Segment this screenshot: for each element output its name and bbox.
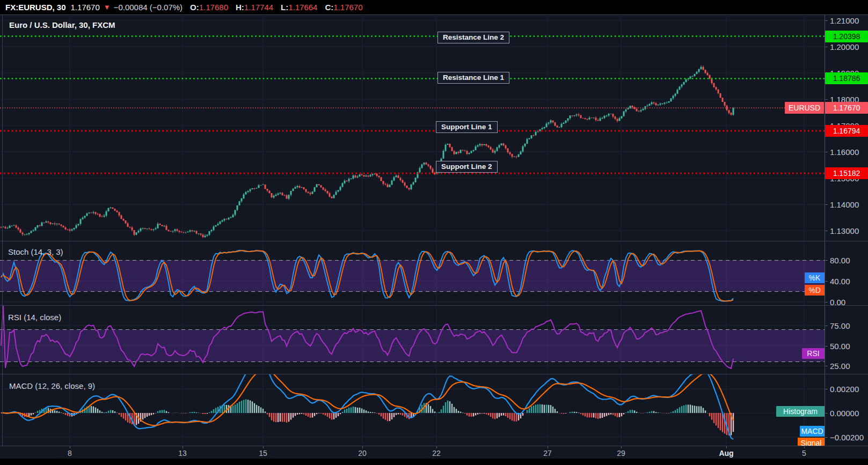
axis-tick-mark	[825, 281, 828, 282]
pane-divider-1	[0, 241, 868, 241]
time-tick-mark	[621, 446, 622, 448]
rsi-tick-label[interactable]: 50.00	[830, 342, 850, 351]
rsi-pane-legend[interactable]: RSI (14, close)	[8, 313, 61, 322]
stoch-d-badge: %D	[805, 285, 825, 296]
macd-line	[1, 374, 733, 439]
stoch-tick-label[interactable]: 80.00	[830, 256, 850, 265]
axis-tick-mark	[825, 99, 828, 100]
macd-pane-legend[interactable]: MACD (12, 26, close, 9)	[9, 381, 95, 390]
price-down-icon: ▼	[104, 3, 111, 11]
rsi-tick-label[interactable]: 25.00	[830, 361, 850, 371]
macd-line-badge: MACD	[800, 426, 825, 437]
rsi-badge: RSI	[802, 348, 825, 359]
price-tick-label[interactable]: 1.14000	[830, 200, 859, 209]
macd-histogram-down	[5, 413, 729, 436]
macd-histogram-badge: Histogram	[776, 406, 825, 417]
time-axis[interactable]: 8131520222729Aug5	[0, 446, 868, 459]
symbol-header: FX:EURUSD, 30 1.17670 ▼ −0.00084 (−0.07%…	[0, 0, 868, 14]
macd-histogram-up	[3, 400, 686, 414]
time-tick-mark	[362, 446, 363, 448]
time-tick-label: Aug	[719, 449, 733, 457]
macd-signal-badge: Signal	[798, 438, 825, 446]
rsi-pane[interactable]	[0, 306, 825, 373]
rsi-tick-label[interactable]: 75.00	[830, 321, 850, 330]
resistance-line-1-label[interactable]: Resistance Line 1	[437, 72, 509, 84]
stoch-pane-legend[interactable]: Stoch (14, 3, 3)	[8, 247, 63, 256]
axis-tick-mark	[825, 346, 828, 346]
price-tick-label[interactable]: 1.13000	[830, 226, 859, 235]
axis-badge-last-price: 1.17670	[825, 102, 868, 114]
time-tick-mark	[70, 446, 70, 448]
macd-tick-label[interactable]: 0.00000	[830, 409, 859, 418]
axis-badge-resistance-1: 1.18786	[825, 72, 868, 84]
time-tick-label: 27	[543, 449, 552, 457]
pane-divider-3	[0, 374, 868, 374]
time-tick-mark	[726, 446, 727, 448]
axis-tick-mark	[825, 302, 828, 302]
symbol-name[interactable]: FX:EURUSD, 30	[5, 3, 66, 12]
price-tick-label[interactable]: 1.20000	[830, 42, 859, 51]
low-label: L:	[281, 3, 288, 12]
time-tick-mark	[183, 446, 183, 448]
bottom-margin	[0, 459, 868, 465]
macd-pane[interactable]	[0, 374, 825, 445]
time-tick-label: 20	[358, 449, 367, 457]
main-pane-legend[interactable]: Euro / U.S. Dollar, 30, FXCM	[9, 20, 115, 29]
axis-badge-support-1: 1.16794	[825, 125, 868, 137]
time-tick-label: 15	[259, 449, 267, 457]
time-tick-label: 8	[68, 449, 72, 457]
axis-tick-mark	[825, 231, 828, 231]
price-pane[interactable]	[0, 16, 825, 240]
axis-tick-mark	[825, 413, 828, 414]
price-tick-label[interactable]: 1.21000	[830, 16, 859, 25]
macd-tick-label[interactable]: 0.00200	[830, 385, 859, 394]
chart-top-border	[0, 14, 868, 15]
close-label: C:	[325, 3, 333, 12]
resistance-line-2-label[interactable]: Resistance Line 2	[437, 32, 509, 43]
axis-tick-mark	[825, 260, 828, 261]
price-change: −0.00084 (−0.07%)	[114, 3, 183, 12]
open-label: O:	[190, 3, 199, 12]
open-value: 1.17680	[199, 3, 228, 12]
time-tick-mark	[804, 446, 805, 448]
axis-badge-support-2: 1.15182	[825, 167, 868, 179]
low-value: 1.17664	[288, 3, 317, 12]
axis-tick-mark	[825, 326, 828, 326]
high-value: 1.17744	[244, 3, 273, 12]
time-tick-mark	[263, 446, 264, 448]
axis-tick-mark	[825, 389, 828, 389]
axis-badge-resistance-2: 1.20398	[825, 31, 868, 42]
stoch-k-badge: %K	[805, 272, 825, 283]
time-tick-label: 22	[432, 449, 441, 457]
time-tick-mark	[548, 446, 548, 448]
axis-tick-mark	[825, 366, 828, 366]
eurusd-price-line-label: EURUSD	[785, 102, 824, 114]
time-tick-mark	[436, 446, 437, 448]
rsi-band	[0, 330, 825, 362]
support-line-1-label[interactable]: Support Line 1	[436, 121, 498, 133]
axis-tick-mark	[825, 437, 828, 438]
stoch-tick-label[interactable]: 40.00	[830, 277, 850, 286]
axis-tick-mark	[825, 20, 828, 21]
close-value: 1.17670	[333, 3, 362, 12]
support-line-2-label[interactable]: Support Line 2	[436, 161, 498, 173]
trading-chart-app: FX:EURUSD, 30 1.17670 ▼ −0.00084 (−0.07%…	[0, 0, 868, 465]
last-price-value: 1.17670	[71, 3, 100, 12]
time-tick-label: 29	[617, 449, 625, 457]
chart-left-border	[2, 15, 3, 446]
price-tick-label[interactable]: 1.16000	[830, 147, 859, 157]
time-tick-label: 13	[178, 449, 187, 457]
high-label: H:	[236, 3, 244, 12]
macd-signal-line	[1, 374, 733, 425]
stoch-pane[interactable]	[0, 241, 825, 305]
pane-divider-2	[0, 305, 868, 306]
time-tick-label: 5	[802, 449, 806, 457]
axis-tick-mark	[825, 47, 828, 47]
axis-tick-mark	[825, 204, 828, 205]
macd-tick-label[interactable]: −0.00200	[830, 433, 864, 442]
axis-tick-mark	[825, 152, 828, 152]
